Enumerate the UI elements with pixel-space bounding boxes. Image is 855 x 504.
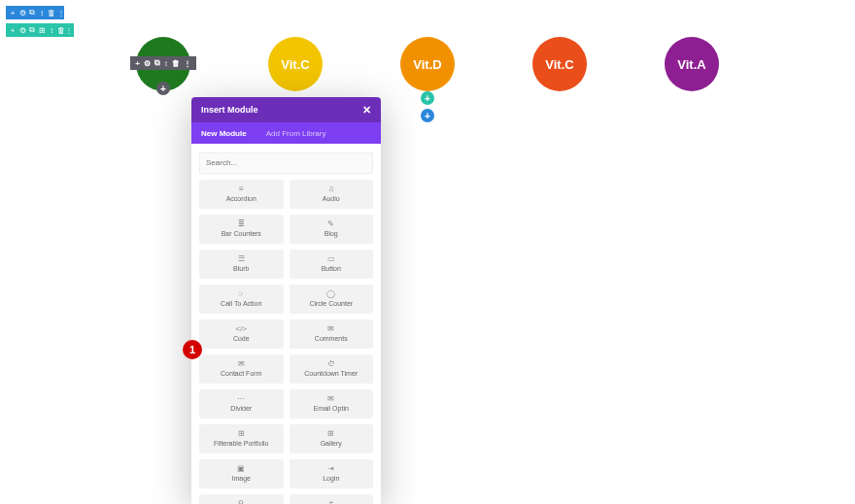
add-module-button[interactable]: + <box>156 82 170 95</box>
module-settings-icon[interactable]: ⚙ <box>144 59 151 68</box>
module-option[interactable]: #Number Counter <box>290 494 374 505</box>
module-grid: ≡Accordion♫Audio≣Bar Counters✎Blog☰Blurb… <box>199 180 373 505</box>
vitamin-circle[interactable]: Vit.C <box>532 37 587 91</box>
module-option[interactable]: ⏱Countdown Timer <box>290 354 374 384</box>
section-toolbar[interactable]: + ⚙ ⧉ ↕ 🗑 <box>6 6 58 19</box>
row-move-icon[interactable]: ↕ <box>47 26 56 35</box>
module-option[interactable]: ▭Button <box>290 250 374 279</box>
search-input[interactable] <box>199 152 373 174</box>
row-toolbar[interactable]: + ⚙ ⧉ ⊞ ↕ 🗑 ⋮ <box>6 23 74 37</box>
annotation-badge: 1 <box>183 340 202 359</box>
module-option[interactable]: ⋯Divider <box>199 389 284 419</box>
module-option[interactable]: ✉Email Optin <box>290 389 374 419</box>
module-icon: ☰ <box>238 255 245 263</box>
module-label: Filterable Portfolio <box>214 440 268 447</box>
module-label: Audio <box>323 195 340 202</box>
module-label: Circle Counter <box>309 300 353 307</box>
module-option[interactable]: ≡Accordion <box>199 180 284 209</box>
module-icon: ▣ <box>237 465 245 473</box>
module-icon: ⇥ <box>327 465 334 473</box>
module-icon: ✉ <box>238 360 245 368</box>
module-icon: ✎ <box>327 220 334 228</box>
module-icon: ≡ <box>239 185 244 193</box>
module-option[interactable]: </>Code <box>199 319 284 349</box>
section-duplicate-icon[interactable]: ⧉ <box>27 8 37 17</box>
module-option[interactable]: ▣Image <box>199 459 284 488</box>
modal-title: Insert Module <box>201 105 258 115</box>
module-label: Blurb <box>233 265 249 272</box>
vitamin-circle[interactable]: Vit.A <box>665 37 719 91</box>
module-icon: ♫ <box>328 185 334 193</box>
section-more-button[interactable]: ⋮ <box>58 6 64 19</box>
module-more-icon[interactable]: ⋮ <box>184 59 191 68</box>
insert-module-modal: Insert Module ✕ New Module Add From Libr… <box>191 97 381 504</box>
module-icon: ⊞ <box>238 430 245 438</box>
module-label: Image <box>232 475 251 482</box>
module-icon: ✉ <box>327 325 334 333</box>
vitamin-row: Vit.A + ⚙ ⧉ ↕ 🗑 ⋮ + Vit.C Vit.D + + Vit.… <box>0 37 855 91</box>
vitamin-circle[interactable]: Vit.A + ⚙ ⧉ ↕ 🗑 ⋮ + <box>136 37 190 91</box>
module-delete-icon[interactable]: 🗑 <box>172 59 180 68</box>
module-label: Gallery <box>321 440 342 447</box>
module-icon: ⚲ <box>238 500 244 504</box>
module-option[interactable]: ≣Bar Counters <box>199 215 284 244</box>
module-icon: </> <box>235 325 247 333</box>
module-option[interactable]: ♫Audio <box>290 180 374 209</box>
section-delete-icon[interactable]: 🗑 <box>47 9 56 17</box>
row-columns-icon[interactable]: ⊞ <box>37 26 47 35</box>
module-icon: ≣ <box>238 220 245 228</box>
vitamin-circle[interactable]: Vit.D + + <box>400 37 455 91</box>
kebab-icon[interactable]: ⋮ <box>66 26 72 35</box>
section-move-icon[interactable]: ↕ <box>37 9 47 17</box>
module-option[interactable]: ⊞Filterable Portfolio <box>199 424 284 454</box>
kebab-icon: ⋮ <box>58 9 64 17</box>
section-settings-icon[interactable]: ⚙ <box>17 9 27 17</box>
module-label: Countdown Timer <box>304 370 358 377</box>
vitamin-label: Vit.C <box>545 57 573 72</box>
module-label: Comments <box>315 335 348 342</box>
module-move-icon[interactable]: ↕ <box>164 59 168 68</box>
module-icon: ▭ <box>327 255 335 263</box>
add-row-button[interactable]: + <box>421 91 434 105</box>
module-option[interactable]: ✉Comments <box>290 319 374 349</box>
modal-tabs: New Module Add From Library <box>191 122 381 144</box>
module-icon: ✉ <box>327 395 334 403</box>
row-duplicate-icon[interactable]: ⧉ <box>27 25 37 35</box>
module-label: Code <box>233 335 250 342</box>
module-hover-toolbar[interactable]: + ⚙ ⧉ ↕ 🗑 ⋮ <box>130 56 196 70</box>
module-icon: # <box>329 500 333 504</box>
modal-header: Insert Module ✕ <box>191 97 381 122</box>
vitamin-label: Vit.D <box>413 57 441 72</box>
module-duplicate-icon[interactable]: ⧉ <box>154 58 160 68</box>
module-option[interactable]: ◯Circle Counter <box>290 285 374 314</box>
module-label: Call To Action <box>221 300 261 307</box>
tab-add-from-library[interactable]: Add From Library <box>256 122 336 144</box>
close-icon[interactable]: ✕ <box>362 104 371 117</box>
module-option[interactable]: ⊞Gallery <box>290 424 374 454</box>
module-icon: ◯ <box>326 290 335 298</box>
vitamin-circle[interactable]: Vit.C <box>268 37 323 91</box>
module-icon: ⋯ <box>237 395 245 403</box>
module-label: Login <box>323 475 339 482</box>
module-option[interactable]: ☞Call To Action <box>199 285 284 314</box>
vitamin-label: Vit.C <box>281 57 309 72</box>
row-settings-icon[interactable]: ⚙ <box>17 26 27 35</box>
module-label: Contact Form <box>221 370 261 377</box>
module-option[interactable]: ✉Contact Form <box>199 354 284 384</box>
module-icon: ⏱ <box>327 360 335 368</box>
module-option[interactable]: ☰Blurb <box>199 250 284 279</box>
vitamin-label: Vit.A <box>677 57 705 72</box>
module-icon: ⊞ <box>327 430 334 438</box>
module-add-icon[interactable]: + <box>135 59 140 68</box>
module-label: Blog <box>325 230 338 237</box>
module-option[interactable]: ✎Blog <box>290 215 374 244</box>
module-option[interactable]: ⇥Login <box>290 459 374 488</box>
tab-new-module[interactable]: New Module <box>191 122 256 144</box>
row-add-icon[interactable]: + <box>8 26 17 35</box>
section-add-icon[interactable]: + <box>8 9 17 17</box>
module-label: Accordion <box>226 195 256 202</box>
module-option[interactable]: ⚲Map <box>199 494 284 505</box>
module-label: Button <box>322 265 341 272</box>
add-section-button[interactable]: + <box>421 109 434 122</box>
module-icon: ☞ <box>238 290 245 298</box>
